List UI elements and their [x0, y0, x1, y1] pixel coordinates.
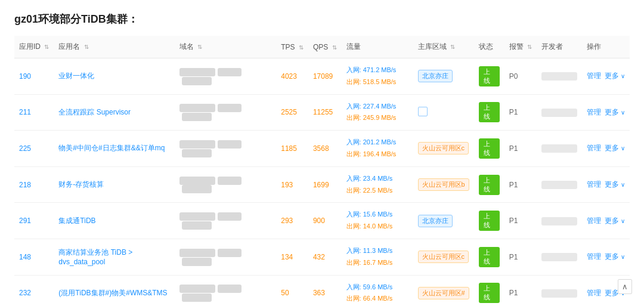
qps-value: 11255	[313, 108, 333, 116]
action-more-link[interactable]: 更多	[605, 108, 625, 116]
table-row: 232(混用TiDB集群#)物美#WMS&TMS50363入网: 59.6 MB…	[14, 275, 630, 306]
domain-masked-bar1	[179, 285, 215, 293]
app-id-value[interactable]: 211	[19, 108, 31, 116]
action-manage-link[interactable]: 管理	[587, 72, 601, 80]
action-more-link[interactable]: 更多	[605, 72, 625, 80]
cell-app-name: 商家结算业务池 TiDB > dvs_data_pool	[54, 239, 175, 275]
cell-region: 火山云可用区b	[413, 166, 474, 203]
cell-region: 火山云可用区c	[413, 131, 474, 167]
action-manage-link[interactable]: 管理	[587, 144, 601, 152]
region-tag: 火山云可用区c	[418, 142, 469, 154]
cell-traffic: 入网: 227.4 MB/s出网: 245.9 MB/s	[342, 94, 413, 131]
app-name-value[interactable]: 业财一体化	[58, 72, 94, 80]
domain-masked-bar1	[179, 68, 215, 76]
app-name-value[interactable]: 全流程跟踪 Supervisor	[58, 108, 131, 116]
app-id-value[interactable]: 225	[19, 144, 31, 153]
col-region-sort-icon[interactable]: ⇅	[450, 44, 455, 50]
col-qps-sort-icon[interactable]: ⇅	[332, 44, 337, 51]
app-id-value[interactable]: 148	[19, 253, 31, 261]
app-name-value[interactable]: 集成通TiDB	[58, 217, 95, 225]
cell-app-id: 291	[14, 203, 54, 239]
action-more-link[interactable]: 更多	[605, 217, 625, 225]
status-badge: 上线	[479, 66, 500, 86]
traffic-in-value: 入网: 15.6 MB/s	[346, 209, 408, 221]
traffic-in-value: 入网: 227.4 MB/s	[346, 101, 408, 113]
app-id-value[interactable]: 232	[19, 289, 31, 297]
col-domain-sort-icon[interactable]: ⇅	[197, 44, 202, 50]
app-name-value[interactable]: 商家结算业务池 TiDB > dvs_data_pool	[58, 248, 132, 266]
priority-value: P1	[509, 289, 518, 297]
cell-region: 火山云可用区c	[413, 239, 474, 275]
action-manage-link[interactable]: 管理	[587, 108, 601, 116]
col-traffic-label: 流量	[346, 42, 361, 51]
table-row: 211全流程跟踪 Supervisor252511255入网: 227.4 MB…	[14, 94, 630, 131]
tps-value: 2525	[281, 108, 297, 116]
app-id-value[interactable]: 291	[19, 217, 31, 225]
domain-masked-bar1	[179, 177, 215, 185]
app-name-value[interactable]: 财务-存货核算	[58, 180, 104, 188]
action-more-link[interactable]: 更多	[605, 180, 625, 188]
status-badge: 上线	[479, 283, 500, 303]
action-manage-link[interactable]: 管理	[587, 252, 601, 261]
table-row: 225物美#中间仓#日志集群&&订单mq11853568入网: 201.2 MB…	[14, 131, 630, 167]
domain-masked-bar3	[182, 77, 212, 85]
cell-tps: 134	[276, 239, 308, 275]
developer-masked	[541, 72, 577, 81]
col-developer-label: 开发者	[541, 42, 563, 51]
region-tag: 火山云可用区b	[418, 178, 469, 191]
domain-masked-bar1	[179, 249, 215, 257]
app-name-value[interactable]: 物美#中间仓#日志集群&&订单mq	[58, 144, 165, 152]
col-app-id-label: 应用ID	[19, 42, 41, 51]
qps-value: 432	[313, 253, 325, 261]
traffic-out-value: 出网: 518.5 MB/s	[346, 76, 408, 88]
action-more-link[interactable]: 更多	[605, 144, 625, 152]
cell-tps: 193	[276, 166, 308, 203]
cell-app-name: 集成通TiDB	[54, 203, 175, 239]
status-badge: 上线	[479, 247, 500, 267]
cell-priority: P1	[504, 275, 537, 306]
domain-masked-bar1	[179, 212, 215, 221]
col-app-name: 应用名 ⇅	[54, 36, 175, 58]
col-status: 状态	[474, 36, 504, 58]
traffic-in-value: 入网: 59.6 MB/s	[346, 282, 408, 293]
action-manage-link[interactable]: 管理	[587, 180, 601, 188]
col-tps-sort-icon[interactable]: ⇅	[299, 44, 304, 51]
action-more-link[interactable]: 更多	[605, 252, 625, 261]
cell-domain	[175, 275, 276, 306]
cell-status: 上线	[474, 166, 504, 203]
scroll-to-top-button[interactable]: ∧	[618, 279, 632, 294]
col-domain-label: 域名	[179, 42, 194, 51]
priority-value: P1	[509, 181, 518, 189]
cell-app-name: 财务-存货核算	[54, 166, 175, 203]
table-row: 190业财一体化402317089入网: 471.2 MB/s出网: 518.5…	[14, 58, 630, 95]
action-manage-link[interactable]: 管理	[587, 289, 601, 297]
col-app-id-sort-icon[interactable]: ⇅	[44, 44, 49, 50]
cell-region: 北京亦庄	[413, 58, 474, 95]
cell-tps: 4023	[276, 58, 308, 95]
col-app-name-sort-icon[interactable]: ⇅	[84, 44, 89, 50]
tps-value: 134	[281, 253, 293, 261]
tps-value: 4023	[281, 72, 297, 81]
cell-app-id: 148	[14, 239, 54, 275]
header-row: 应用ID ⇅ 应用名 ⇅ 域名 ⇅ TPS ⇅ QPS ⇅	[14, 36, 630, 58]
cell-developer	[537, 239, 582, 275]
domain-masked-bar3	[182, 221, 212, 230]
app-id-value[interactable]: 218	[19, 181, 31, 189]
domain-masked-bar2	[218, 285, 242, 293]
domain-masked-bar2	[218, 177, 242, 185]
status-badge: 上线	[479, 175, 500, 195]
col-qps: QPS ⇅	[308, 36, 342, 58]
traffic-out-value: 出网: 14.0 MB/s	[346, 221, 408, 233]
col-priority-sort-icon[interactable]: ⇅	[527, 44, 532, 50]
cell-developer	[537, 94, 582, 131]
developer-masked	[541, 253, 577, 261]
cell-domain	[175, 203, 276, 239]
domain-masked-bar2	[218, 249, 242, 257]
cell-qps: 432	[308, 239, 342, 275]
domain-masked-bar3	[182, 113, 212, 121]
app-name-value[interactable]: (混用TiDB集群#)物美#WMS&TMS	[58, 289, 167, 297]
app-id-value[interactable]: 190	[19, 72, 31, 81]
action-manage-link[interactable]: 管理	[587, 217, 601, 225]
region-tag: 北京亦庄	[418, 70, 453, 82]
cell-status: 上线	[474, 131, 504, 167]
